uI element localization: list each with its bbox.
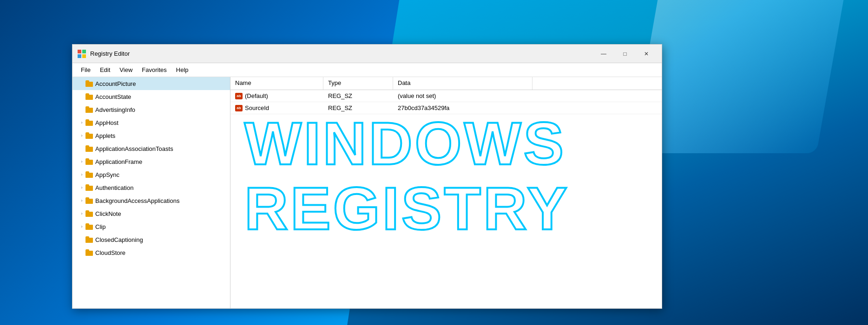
folder-icon <box>85 106 93 113</box>
value-name-sourceid: SourceId <box>245 104 269 111</box>
header-name: Name <box>230 77 323 90</box>
tree-item-label: AppSync <box>95 171 119 178</box>
tree-item-applicationframe[interactable]: › ApplicationFrame <box>72 155 230 168</box>
folder-icon <box>85 171 93 178</box>
menu-edit[interactable]: Edit <box>96 65 114 75</box>
expand-arrow <box>78 249 85 256</box>
expand-arrow <box>78 106 85 113</box>
menu-view[interactable]: View <box>116 65 136 75</box>
tree-item-label: ClosedCaptioning <box>95 236 143 243</box>
expand-arrow <box>78 236 85 243</box>
data-panel: Name Type Data ab (Default) REG_SZ (valu… <box>230 77 662 308</box>
expand-arrow: › <box>78 158 85 165</box>
cell-name-sourceid: ab SourceId <box>230 103 323 113</box>
tree-item-label: AccountState <box>95 93 131 100</box>
overlay-windows-text: WINDOWS <box>244 113 566 174</box>
tree-item-label: ApplicationAssociationToasts <box>95 145 173 152</box>
tree-item-applets[interactable]: › Applets <box>72 129 230 142</box>
tree-item-label: Applets <box>95 132 115 139</box>
header-data: Data <box>393 77 533 90</box>
maximize-button[interactable]: □ <box>614 46 636 61</box>
minimize-button[interactable]: — <box>593 46 614 61</box>
overlay-registry-text: REGISTRY <box>244 178 570 239</box>
menu-file[interactable]: File <box>77 65 94 75</box>
menu-help[interactable]: Help <box>172 65 192 75</box>
tree-item-label: AppHost <box>95 119 118 126</box>
window-title: Registry Editor <box>90 50 593 57</box>
folder-icon <box>85 184 93 191</box>
tree-item-closedcaptioning[interactable]: ClosedCaptioning <box>72 233 230 246</box>
folder-icon <box>85 236 93 243</box>
folder-icon <box>85 158 93 165</box>
title-bar: Registry Editor — □ ✕ <box>72 45 662 63</box>
cell-data-sourceid: 27b0cd37a34529fa <box>393 103 533 113</box>
close-button[interactable]: ✕ <box>636 46 657 61</box>
overlay-text-container: WINDOWS REGISTRY <box>230 104 662 308</box>
cell-data-default: (value not set) <box>393 91 533 101</box>
folder-icon <box>85 210 93 217</box>
tree-item-advertisinginfo[interactable]: AdvertisingInfo <box>72 103 230 116</box>
menu-favorites[interactable]: Favorites <box>138 65 170 75</box>
registry-editor-window: Registry Editor — □ ✕ File Edit View Fav… <box>72 44 662 309</box>
tree-panel[interactable]: AccountPicture AccountState AdvertisingI… <box>72 77 230 308</box>
tree-item-label: AccountPicture <box>95 80 136 87</box>
app-icon <box>77 49 86 58</box>
expand-arrow: › <box>78 132 85 139</box>
expand-arrow: › <box>78 210 85 217</box>
folder-icon <box>85 93 93 100</box>
folder-icon <box>85 132 93 139</box>
table-row-sourceid[interactable]: ab SourceId REG_SZ 27b0cd37a34529fa <box>230 102 662 114</box>
folder-icon <box>85 249 93 256</box>
expand-arrow: › <box>78 184 85 191</box>
tree-item-applicationassociationtoasts[interactable]: ApplicationAssociationToasts <box>72 142 230 155</box>
tree-item-label: ClickNote <box>95 210 121 217</box>
header-type: Type <box>323 77 393 90</box>
reg-sz-icon-2: ab <box>235 105 243 111</box>
tree-item-label: CloudStore <box>95 249 125 256</box>
menu-bar: File Edit View Favorites Help <box>72 63 662 77</box>
svg-rect-3 <box>82 54 86 58</box>
expand-arrow <box>78 93 85 100</box>
expand-arrow: › <box>78 119 85 126</box>
expand-arrow: › <box>78 171 85 178</box>
svg-rect-0 <box>78 50 81 53</box>
tree-item-label: Authentication <box>95 184 133 191</box>
tree-item-clip[interactable]: › Clip <box>72 220 230 233</box>
expand-arrow <box>78 145 85 152</box>
tree-item-backgroundaccessapplications[interactable]: › BackgroundAccessApplications <box>72 194 230 207</box>
value-name: (Default) <box>245 92 268 99</box>
folder-icon <box>85 119 93 126</box>
window-controls: — □ ✕ <box>593 46 657 61</box>
tree-item-label: BackgroundAccessApplications <box>95 197 179 204</box>
expand-arrow <box>78 80 85 87</box>
tree-item-apphost[interactable]: › AppHost <box>72 116 230 129</box>
expand-arrow: › <box>78 197 85 204</box>
tree-item-label: AdvertisingInfo <box>95 106 135 113</box>
folder-icon <box>85 223 93 230</box>
tree-item-label: ApplicationFrame <box>95 158 142 165</box>
expand-arrow: › <box>78 223 85 230</box>
svg-rect-2 <box>78 54 81 58</box>
folder-icon <box>85 80 93 87</box>
folder-icon <box>85 197 93 204</box>
tree-item-accountstate[interactable]: AccountState <box>72 90 230 103</box>
tree-item-cloudstore[interactable]: CloudStore <box>72 246 230 259</box>
table-row-default[interactable]: ab (Default) REG_SZ (value not set) <box>230 90 662 102</box>
folder-icon <box>85 145 93 152</box>
cell-type-sourceid: REG_SZ <box>323 103 393 113</box>
tree-item-accountpicture[interactable]: AccountPicture <box>72 77 230 90</box>
tree-item-label: Clip <box>95 223 105 230</box>
tree-item-clicknote[interactable]: › ClickNote <box>72 207 230 220</box>
data-table-header: Name Type Data <box>230 77 662 90</box>
tree-item-authentication[interactable]: › Authentication <box>72 181 230 194</box>
main-content: AccountPicture AccountState AdvertisingI… <box>72 77 662 308</box>
reg-sz-icon: ab <box>235 93 243 99</box>
tree-item-appsync[interactable]: › AppSync <box>72 168 230 181</box>
cell-type-default: REG_SZ <box>323 91 393 101</box>
cell-name-default: ab (Default) <box>230 91 323 101</box>
svg-rect-1 <box>82 50 86 53</box>
